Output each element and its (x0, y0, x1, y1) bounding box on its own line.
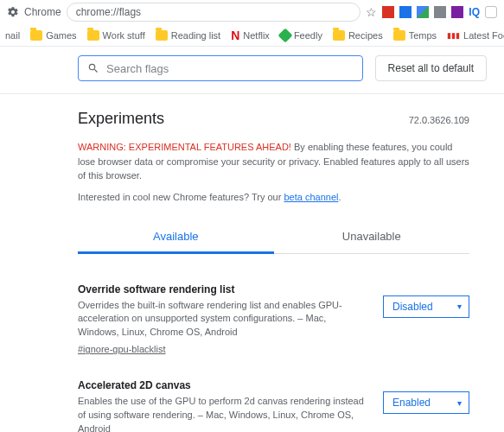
flag-select[interactable]: Disabled (383, 295, 469, 318)
folder-icon (30, 30, 42, 41)
flag-select[interactable]: Enabled (383, 391, 469, 414)
version-label: 72.0.3626.109 (409, 115, 469, 125)
reset-all-button[interactable]: Reset all to default (375, 55, 487, 81)
tab-title: Chrome (24, 6, 61, 18)
folder-icon (333, 30, 345, 41)
flag-item: Accelerated 2D canvas Enables the use of… (78, 367, 469, 432)
bookmark-item[interactable]: Reading list (156, 30, 220, 41)
iq-extension-icon[interactable]: IQ (469, 6, 480, 18)
browser-chrome-top: Chrome chrome://flags ☆ IQ (0, 0, 504, 24)
extension-icon[interactable] (382, 6, 394, 18)
search-icon (87, 62, 99, 74)
onenote-icon[interactable] (451, 6, 463, 18)
extension-icons: IQ (382, 6, 497, 18)
bookmark-item[interactable]: Work stuff (87, 30, 145, 41)
browser-tab[interactable]: Chrome (7, 6, 61, 18)
bookmark-star-icon[interactable]: ☆ (366, 5, 377, 19)
page-content: Experiments 72.0.3626.109 WARNING: EXPER… (0, 94, 504, 432)
extension-icon[interactable] (417, 6, 429, 18)
gear-icon (7, 6, 19, 18)
extension-icon[interactable] (434, 6, 446, 18)
flag-item: Override software rendering list Overrid… (78, 271, 469, 368)
tabs: Available Unavailable (78, 221, 469, 254)
bookmark-item[interactable]: Temps (393, 30, 437, 41)
flag-description: Enables the use of the GPU to perform 2d… (78, 395, 367, 432)
bookmark-item[interactable]: nail (5, 30, 20, 41)
page-title: Experiments (78, 110, 164, 128)
flag-title: Override software rendering list (78, 283, 367, 295)
tab-available[interactable]: Available (78, 221, 274, 254)
warning-bold: WARNING: EXPERIMENTAL FEATURES AHEAD! (78, 142, 291, 152)
tab-unavailable[interactable]: Unavailable (274, 221, 470, 253)
flag-description: Overrides the built-in software renderin… (78, 299, 367, 340)
feedly-icon (278, 28, 292, 42)
bookmark-item[interactable]: Feedly (280, 30, 322, 41)
netflix-icon: N (231, 29, 239, 41)
bookmark-item[interactable]: Games (30, 30, 76, 41)
omnibox[interactable]: chrome://flags (67, 3, 361, 22)
folder-icon (393, 30, 405, 41)
extension-icon[interactable] (485, 6, 497, 18)
search-placeholder: Search flags (106, 62, 169, 75)
bookmark-item[interactable]: NNetflix (231, 29, 270, 41)
folder-icon (156, 30, 168, 41)
beta-line: Interested in cool new Chrome features? … (78, 192, 469, 202)
search-input[interactable]: Search flags (78, 55, 363, 81)
flag-title: Accelerated 2D canvas (78, 379, 367, 391)
folder-icon (87, 30, 99, 41)
flag-anchor-link[interactable]: #ignore-gpu-blacklist (78, 344, 166, 354)
page-top-controls: Search flags Reset all to default (0, 47, 504, 90)
extension-icon[interactable] (399, 6, 411, 18)
beta-channel-link[interactable]: beta channel (284, 192, 338, 202)
omnibox-url: chrome://flags (76, 6, 141, 18)
bookmarks-bar: nail Games Work stuff Reading list NNetf… (0, 24, 504, 47)
bookmark-item[interactable]: ▮▮▮Latest Football New... (447, 30, 504, 41)
warning-text: WARNING: EXPERIMENTAL FEATURES AHEAD! By… (78, 140, 469, 183)
bookmark-item[interactable]: Recipes (333, 30, 383, 41)
